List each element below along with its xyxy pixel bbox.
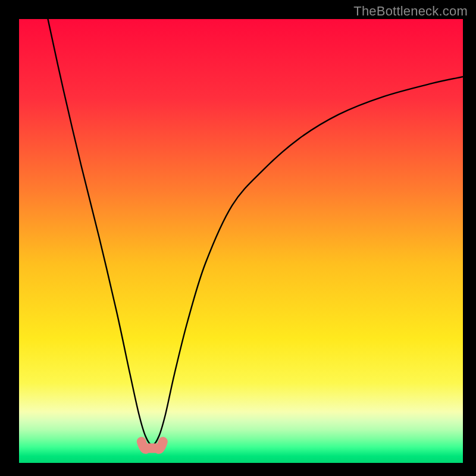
minimum-marker bbox=[142, 441, 163, 449]
watermark-text: TheBottleneck.com bbox=[353, 4, 468, 19]
bottleneck-curve bbox=[19, 19, 463, 463]
plot-area bbox=[19, 19, 463, 463]
chart-container: TheBottleneck.com bbox=[0, 0, 476, 476]
